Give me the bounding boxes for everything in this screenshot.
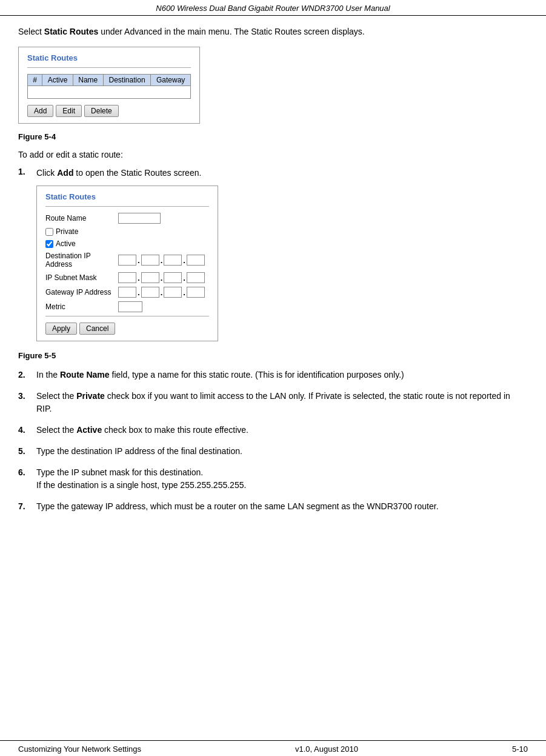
step-1-row: 1. Click Add to open the Static Routes s… [18, 167, 528, 179]
figure-5-buttons: Apply Cancel [45, 323, 209, 335]
dest-ip-2[interactable] [141, 255, 159, 266]
gateway-3[interactable] [164, 287, 182, 298]
col-name: Name [73, 75, 103, 86]
figure-5-caption: Figure 5-5 [18, 351, 528, 360]
step-6: 6. Type the IP subnet mask for this dest… [18, 466, 528, 492]
footer-right: 5-10 [512, 744, 528, 754]
route-name-label: Route Name [45, 214, 118, 222]
apply-button[interactable]: Apply [45, 323, 77, 335]
subnet-3[interactable] [164, 272, 182, 283]
step-7-number: 7. [18, 500, 30, 513]
intro-paragraph: Select Static Routes under Advanced in t… [18, 25, 528, 38]
intro-bold: Static Routes [44, 27, 98, 36]
destination-ip-label: Destination IP Address [45, 252, 118, 269]
gateway-2[interactable] [141, 287, 159, 298]
step-3-number: 3. [18, 390, 30, 415]
gateway-ip-label: Gateway IP Address [45, 288, 118, 296]
col-destination: Destination [103, 75, 151, 86]
table-row [28, 86, 191, 99]
cancel-button[interactable]: Cancel [79, 323, 115, 335]
step-4-text: Select the Active check box to make this… [36, 424, 528, 437]
footer-left: Customizing Your Network Settings [18, 744, 141, 754]
step-5: 5. Type the destination IP address of th… [18, 445, 528, 458]
dest-ip-4[interactable] [187, 255, 205, 266]
figure-5-4-title: Static Routes [27, 53, 191, 62]
dest-ip-3[interactable] [164, 255, 182, 266]
step-4: 4. Select the Active check box to make t… [18, 424, 528, 437]
step-1-text: Click Add to open the Static Routes scre… [36, 167, 201, 179]
route-name-row: Route Name [45, 213, 209, 224]
col-active: Active [42, 75, 73, 86]
subnet-4[interactable] [187, 272, 205, 283]
figure-5-4-box: Static Routes # Active Name Destination … [18, 47, 200, 124]
subnet-2[interactable] [141, 272, 159, 283]
metric-input[interactable] [118, 301, 142, 312]
step-7: 7. Type the gateway IP address, which mu… [18, 500, 528, 513]
delete-button[interactable]: Delete [84, 105, 119, 117]
step-6-number: 6. [18, 466, 30, 492]
active-checkbox[interactable] [45, 240, 53, 248]
route-name-input[interactable] [118, 213, 161, 224]
footer-center: v1.0, August 2010 [141, 744, 512, 754]
step-1-number: 1. [18, 167, 30, 179]
edit-button[interactable]: Edit [56, 105, 82, 117]
step-3-text: Select the Private check box if you want… [36, 390, 528, 415]
step-4-bold: Active [76, 425, 102, 435]
routes-table: # Active Name Destination Gateway [27, 74, 191, 99]
active-label: Active [56, 239, 76, 248]
step-1-after: to open the Static Routes screen. [73, 168, 201, 178]
metric-row: Metric [45, 301, 209, 312]
figure-5-5-box: Static Routes Route Name Private Active [36, 186, 218, 341]
page-header: N600 Wireless Dual Band Gigabit Router W… [0, 0, 546, 16]
step-1-bold: Add [57, 168, 73, 178]
intro-text-after: under Advanced in the main menu. The Sta… [98, 27, 364, 36]
destination-ip-row: Destination IP Address . . . [45, 252, 209, 269]
col-hash: # [28, 75, 42, 86]
step-3-bold: Private [76, 391, 105, 401]
active-row: Active [45, 239, 209, 248]
subnet-mask-group: . . . [118, 272, 205, 283]
subnet-1[interactable] [118, 272, 136, 283]
figure-5-5-title: Static Routes [45, 192, 209, 201]
dest-ip-1[interactable] [118, 255, 136, 266]
add-button[interactable]: Add [27, 105, 53, 117]
private-checkbox[interactable] [45, 228, 53, 236]
figure-4-buttons: Add Edit Delete [27, 105, 191, 117]
private-row: Private [45, 227, 209, 236]
gateway-ip-row: Gateway IP Address . . . [45, 287, 209, 298]
private-label: Private [56, 227, 78, 236]
step-2-bold: Route Name [60, 370, 110, 380]
metric-label: Metric [45, 303, 118, 311]
step-7-text: Type the gateway IP address, which must … [36, 500, 528, 513]
step-2-text: In the Route Name field, type a name for… [36, 369, 528, 381]
figure-4-caption: Figure 5-4 [18, 132, 528, 141]
step-5-text: Type the destination IP address of the f… [36, 445, 528, 458]
add-edit-intro: To add or edit a static route: [18, 150, 528, 159]
step-2: 2. In the Route Name field, type a name … [18, 369, 528, 381]
gateway-4[interactable] [187, 287, 205, 298]
page-footer: Customizing Your Network Settings v1.0, … [0, 740, 546, 756]
steps-list: 2. In the Route Name field, type a name … [18, 369, 528, 513]
subnet-mask-label: IP Subnet Mask [45, 273, 118, 282]
gateway-ip-group: . . . [118, 287, 205, 298]
step-4-number: 4. [18, 424, 30, 437]
step-6-text: Type the IP subnet mask for this destina… [36, 466, 528, 492]
header-title: N600 Wireless Dual Band Gigabit Router W… [156, 4, 390, 13]
step-3: 3. Select the Private check box if you w… [18, 390, 528, 415]
step-5-number: 5. [18, 445, 30, 458]
col-gateway: Gateway [151, 75, 191, 86]
gateway-1[interactable] [118, 287, 136, 298]
destination-ip-group: . . . [118, 255, 205, 266]
subnet-mask-row: IP Subnet Mask . . . [45, 272, 209, 283]
step-2-number: 2. [18, 369, 30, 381]
